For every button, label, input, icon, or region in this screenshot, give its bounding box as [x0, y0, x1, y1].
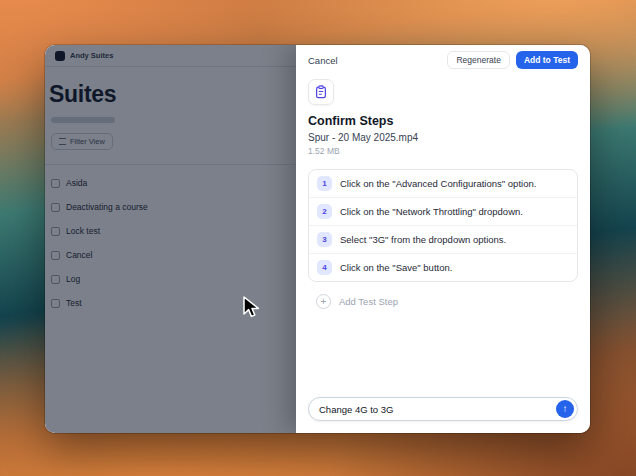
- arrow-up-icon: ↑: [563, 404, 568, 414]
- app-window: Andy Suites Suites Filter View Asida Dea…: [45, 45, 590, 433]
- add-test-step-label: Add Test Step: [339, 296, 398, 307]
- step-number-badge: 2: [317, 204, 332, 219]
- regenerate-button[interactable]: Regenerate: [447, 51, 509, 69]
- step-number-badge: 1: [317, 176, 332, 191]
- add-to-test-button[interactable]: Add to Test: [516, 51, 578, 69]
- prompt-composer: ↑: [308, 397, 578, 421]
- prompt-input[interactable]: [319, 404, 550, 415]
- step-row[interactable]: 1 Click on the "Advanced Configurations"…: [309, 170, 577, 197]
- file-name: Spur - 20 May 2025.mp4: [308, 132, 578, 143]
- file-size: 1.52 MB: [308, 146, 578, 156]
- add-test-step-button[interactable]: + Add Test Step: [308, 286, 578, 317]
- step-number-badge: 4: [317, 260, 332, 275]
- step-row[interactable]: 2 Click on the "Network Throttling" drop…: [309, 197, 577, 225]
- clipboard-icon: [314, 85, 328, 99]
- confirm-steps-drawer: Cancel Regenerate Add to Test Confirm St…: [296, 45, 590, 433]
- drawer-title: Confirm Steps: [308, 114, 578, 128]
- drawer-header: Cancel Regenerate Add to Test: [308, 45, 578, 75]
- modal-backdrop[interactable]: [45, 45, 296, 433]
- send-button[interactable]: ↑: [556, 400, 574, 418]
- step-row[interactable]: 4 Click on the "Save" button.: [309, 253, 577, 281]
- step-number-badge: 3: [317, 232, 332, 247]
- macos-desktop: { "window": { "left": { "app_title": "An…: [0, 0, 636, 476]
- plus-icon: +: [316, 294, 331, 309]
- step-row[interactable]: 3 Select "3G" from the dropdown options.: [309, 225, 577, 253]
- suites-page: Andy Suites Suites Filter View Asida Dea…: [45, 45, 296, 433]
- steps-list: 1 Click on the "Advanced Configurations"…: [308, 169, 578, 282]
- step-text: Select "3G" from the dropdown options.: [340, 234, 506, 245]
- step-text: Click on the "Network Throttling" dropdo…: [340, 206, 523, 217]
- clipboard-icon-tile: [308, 79, 334, 105]
- cancel-button[interactable]: Cancel: [308, 55, 338, 66]
- step-text: Click on the "Save" button.: [340, 262, 452, 273]
- step-text: Click on the "Advanced Configurations" o…: [340, 178, 536, 189]
